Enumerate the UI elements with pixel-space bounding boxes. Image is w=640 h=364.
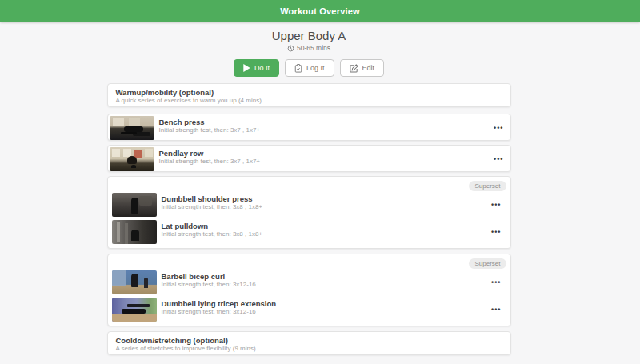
workout-duration-text: 50-65 mins (297, 44, 330, 52)
ellipsis-menu-icon[interactable]: ••• (494, 125, 503, 132)
exercise-card-bench-press: Bench press Initial strength test, then:… (107, 114, 511, 141)
exercise-row[interactable]: Dumbbell lying tricep extension Initial … (112, 298, 506, 322)
superset-card-shoulder-press-lat-pulldown: Superset Dumbbell shoulder press Initial… (107, 176, 511, 249)
exercise-scheme: Initial strength test, then: 3x12-16 (162, 281, 256, 289)
dumbbell-shoulder-press-video-thumbnail[interactable] (112, 193, 157, 217)
log-it-button[interactable]: Log It (285, 59, 334, 77)
edit-icon (350, 64, 358, 73)
superset-card-bicep-curl-tricep-extension: Superset Barbell bicep curl Initial stre… (107, 254, 511, 326)
exercise-text: Dumbbell lying tricep extension Initial … (162, 298, 277, 322)
do-it-label: Do It (254, 64, 270, 72)
exercise-text: Lat pulldown Initial strength test, then… (162, 220, 263, 244)
ellipsis-menu-icon[interactable]: ••• (491, 202, 501, 209)
section-subtitle: A series of stretches to improve flexibi… (116, 345, 502, 352)
play-icon (243, 64, 250, 72)
section-title: Warmup/mobility (optional) (116, 88, 502, 97)
exercise-text: Barbell bicep curl Initial strength test… (162, 270, 256, 294)
exercise-name: Bench press (159, 118, 261, 126)
action-buttons: Do It Log It (0, 59, 618, 77)
barbell-bicep-curl-video-thumbnail[interactable] (112, 270, 157, 294)
clipboard-icon (294, 64, 302, 73)
exercise-name: Dumbbell shoulder press (162, 194, 263, 203)
exercise-name: Pendlay row (159, 149, 261, 158)
cooldown-card[interactable]: Cooldown/stretching (optional) A series … (107, 331, 511, 355)
exercise-scheme: Initial strength test, then: 3x8 , 1x8+ (162, 230, 263, 238)
pendlay-row-video-thumbnail[interactable] (110, 147, 154, 171)
section-title: Cooldown/stretching (optional) (116, 336, 502, 345)
exercise-row[interactable]: Lat pulldown Initial strength test, then… (112, 220, 506, 244)
app-bar: Workout Overview (0, 0, 640, 22)
ellipsis-menu-icon[interactable]: ••• (494, 156, 503, 163)
bench-press-video-thumbnail[interactable] (110, 116, 154, 140)
exercise-text: Pendlay row Initial strength test, then:… (159, 147, 261, 171)
edit-label: Edit (362, 64, 375, 72)
section-subtitle: A quick series of exercises to warm you … (116, 97, 502, 104)
ellipsis-menu-icon[interactable]: ••• (491, 279, 501, 286)
warmup-card[interactable]: Warmup/mobility (optional) A quick serie… (107, 83, 511, 107)
dumbbell-lying-tricep-extension-video-thumbnail[interactable] (112, 298, 157, 322)
exercise-scheme: Initial strength test, then: 3x12-16 (162, 308, 277, 316)
workout-title: Upper Body A (0, 29, 618, 42)
edit-button[interactable]: Edit (340, 59, 385, 77)
exercise-row[interactable]: Barbell bicep curl Initial strength test… (112, 270, 506, 294)
page: Upper Body A 50-65 mins Do It (0, 22, 618, 355)
exercise-name: Lat pulldown (162, 222, 263, 230)
app-bar-title: Workout Overview (280, 6, 360, 16)
ellipsis-menu-icon[interactable]: ••• (491, 306, 501, 314)
exercise-row[interactable]: Pendlay row Initial strength test, then:… (110, 147, 509, 171)
exercise-row[interactable]: Bench press Initial strength test, then:… (110, 116, 509, 140)
superset-badge: Superset (469, 258, 506, 269)
exercise-row[interactable]: Dumbbell shoulder press Initial strength… (112, 193, 506, 217)
workout-section-list: Warmup/mobility (optional) A quick serie… (107, 83, 511, 355)
badge-row: Superset (112, 258, 506, 269)
log-it-label: Log It (306, 64, 325, 72)
exercise-name: Dumbbell lying tricep extension (162, 299, 277, 308)
clock-icon (287, 45, 294, 52)
ellipsis-menu-icon[interactable]: ••• (491, 229, 501, 236)
exercise-card-pendlay-row: Pendlay row Initial strength test, then:… (107, 145, 511, 172)
workout-duration: 50-65 mins (0, 44, 618, 52)
lat-pulldown-video-thumbnail[interactable] (112, 220, 157, 244)
exercise-scheme: Initial strength test, then: 3x7 , 1x7+ (159, 126, 261, 134)
badge-row: Superset (112, 181, 506, 191)
exercise-text: Bench press Initial strength test, then:… (159, 116, 261, 140)
exercise-scheme: Initial strength test, then: 3x7 , 1x7+ (159, 158, 261, 166)
workout-header: Upper Body A 50-65 mins Do It (0, 22, 618, 77)
exercise-text: Dumbbell shoulder press Initial strength… (162, 193, 263, 217)
exercise-scheme: Initial strength test, then: 3x8 , 1x8+ (162, 203, 263, 211)
superset-badge: Superset (469, 181, 506, 191)
do-it-button[interactable]: Do It (234, 59, 279, 77)
exercise-name: Barbell bicep curl (162, 272, 256, 281)
